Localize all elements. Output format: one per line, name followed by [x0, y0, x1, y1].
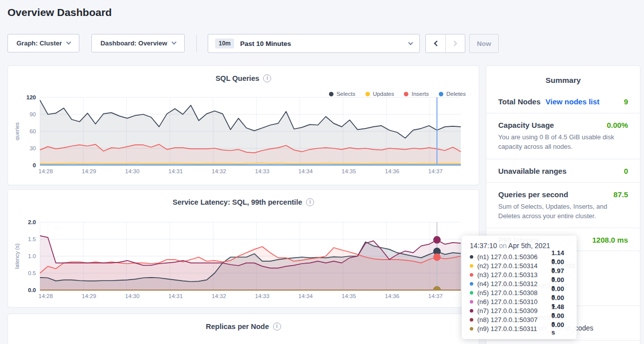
svg-text:14:29: 14:29 [82, 293, 96, 299]
info-icon[interactable]: i [263, 74, 271, 82]
total-nodes-value: 9 [624, 97, 628, 106]
svg-text:queries: queries [14, 122, 20, 140]
svg-text:14:28: 14:28 [38, 168, 53, 174]
tooltip-row: (n9) 127.0.0.1:503110.00 s [470, 324, 569, 333]
node-color-dot [470, 273, 473, 277]
time-range-label: Past 10 Minutes [240, 40, 291, 47]
svg-text:14:36: 14:36 [385, 168, 399, 174]
svg-text:14:37: 14:37 [428, 168, 443, 174]
legend: SelectsUpdatesInsertsDeletes [329, 91, 466, 97]
legend-dot [365, 92, 370, 96]
node-color-dot [470, 291, 473, 295]
graph-dropdown-label: Graph: Cluster [16, 39, 62, 47]
dashboard-dropdown[interactable]: Dashboard: Overview [91, 34, 185, 52]
legend-item[interactable]: Updates [365, 91, 394, 97]
p99-latency-value: 1208.0 ms [592, 236, 628, 244]
node-color-dot [470, 309, 473, 313]
graph-dropdown[interactable]: Graph: Cluster [7, 34, 79, 52]
now-button[interactable]: Now [469, 34, 499, 53]
svg-text:14:35: 14:35 [341, 293, 356, 299]
legend-label: Deletes [446, 91, 466, 97]
node-label: (n8) 127.0.0.1:50307 [477, 316, 552, 324]
service-latency-chart[interactable]: 14:2814:2914:3014:3114:3214:3314:3414:35… [12, 218, 475, 303]
svg-text:120: 120 [26, 94, 36, 100]
summary-card: Summary Total Nodes View nodes list 9 Ca… [486, 65, 641, 252]
legend-item[interactable]: Deletes [439, 91, 466, 97]
next-range-button[interactable] [445, 34, 465, 52]
svg-text:14:32: 14:32 [212, 293, 226, 299]
svg-text:14:32: 14:32 [212, 168, 226, 174]
chart-title: Service Latency: SQL, 99th percentile [173, 198, 303, 206]
node-label: (n9) 127.0.0.1:50311 [477, 325, 552, 333]
time-range-arrows [425, 34, 465, 53]
svg-text:14:31: 14:31 [168, 293, 183, 299]
qps-label: Queries per second [498, 190, 568, 199]
qps-value: 87.5 [614, 190, 628, 199]
legend-label: Updates [373, 91, 394, 97]
legend-label: Inserts [411, 91, 429, 97]
chevron-down-icon [408, 40, 413, 45]
node-label: (n3) 127.0.0.1:50313 [477, 271, 552, 279]
tooltip-timestamp: 14:37:10 on Apr 5th, 2021 [470, 242, 569, 250]
svg-text:14:33: 14:33 [255, 168, 270, 174]
node-color-dot [470, 255, 473, 259]
chart-title: SQL Queries [216, 74, 260, 82]
svg-text:60: 60 [29, 128, 36, 134]
summary-row-total-nodes: Total Nodes View nodes list 9 [486, 90, 640, 113]
svg-text:1.0: 1.0 [28, 253, 36, 259]
node-color-dot [470, 327, 473, 331]
legend-item[interactable]: Inserts [404, 91, 429, 97]
sql-queries-chart[interactable]: 14:2814:2914:3014:3114:3214:3314:3414:35… [12, 93, 475, 178]
svg-text:14:34: 14:34 [299, 293, 313, 299]
unavailable-ranges-label: Unavailable ranges [498, 167, 567, 175]
node-color-dot [470, 318, 473, 322]
node-color-dot [470, 264, 473, 268]
info-icon[interactable]: i [306, 198, 314, 206]
svg-text:14:34: 14:34 [299, 168, 313, 174]
legend-dot [329, 92, 333, 96]
legend-item[interactable]: Selects [329, 91, 355, 97]
svg-text:14:31: 14:31 [168, 168, 183, 174]
prev-range-button[interactable] [426, 34, 445, 52]
svg-text:latency (s): latency (s) [14, 244, 20, 269]
node-color-dot [470, 300, 473, 304]
node-label: (n7) 127.0.0.1:50309 [477, 307, 552, 315]
legend-dot [404, 92, 408, 96]
node-label: (n1) 127.0.0.1:50306 [477, 253, 552, 261]
svg-text:0: 0 [33, 162, 36, 168]
svg-text:0.5: 0.5 [28, 270, 36, 276]
node-latency-value: 0.00 s [552, 321, 569, 336]
total-nodes-label: Total Nodes [498, 97, 541, 106]
svg-text:90: 90 [29, 111, 36, 117]
info-icon[interactable]: i [273, 323, 281, 331]
chevron-right-icon [451, 40, 457, 46]
svg-text:14:30: 14:30 [125, 168, 140, 174]
node-label: (n6) 127.0.0.1:50310 [477, 298, 552, 306]
view-nodes-link[interactable]: View nodes list [546, 97, 600, 106]
chevron-down-icon [171, 40, 176, 45]
qps-description: Sum of Selects, Updates, Inserts, and De… [498, 202, 628, 221]
summary-row-unavailable-ranges: Unavailable ranges 0 [486, 159, 640, 183]
summary-row-capacity-usage: Capacity Usage 0.00% You are using 0 B o… [486, 113, 640, 159]
svg-text:14:28: 14:28 [38, 293, 53, 299]
summary-title: Summary [486, 66, 640, 85]
svg-text:30: 30 [29, 145, 36, 151]
svg-text:0.0: 0.0 [28, 287, 36, 293]
time-range-badge: 10m [215, 38, 234, 48]
time-range-dropdown[interactable]: 10m Past 10 Minutes [208, 34, 420, 53]
svg-text:14:36: 14:36 [385, 293, 399, 299]
capacity-usage-label: Capacity Usage [498, 121, 554, 129]
node-label: (n5) 127.0.0.1:50308 [477, 289, 552, 297]
legend-dot [439, 92, 443, 96]
svg-text:1.5: 1.5 [28, 236, 36, 242]
node-color-dot [470, 282, 473, 286]
page-title: Overview Dashboard [7, 6, 112, 18]
node-label: (n4) 127.0.0.1:50312 [477, 280, 552, 288]
service-latency-card: Service Latency: SQL, 99th percentile i … [7, 189, 479, 308]
svg-text:14:33: 14:33 [255, 293, 270, 299]
svg-text:14:37: 14:37 [428, 293, 443, 299]
svg-text:2.0: 2.0 [28, 219, 36, 225]
sql-queries-card: SQL Queries i SelectsUpdatesInsertsDelet… [7, 65, 479, 185]
hover-tooltip: 14:37:10 on Apr 5th, 2021 (n1) 127.0.0.1… [462, 236, 577, 339]
dashboard-dropdown-label: Dashboard: Overview [100, 39, 167, 47]
